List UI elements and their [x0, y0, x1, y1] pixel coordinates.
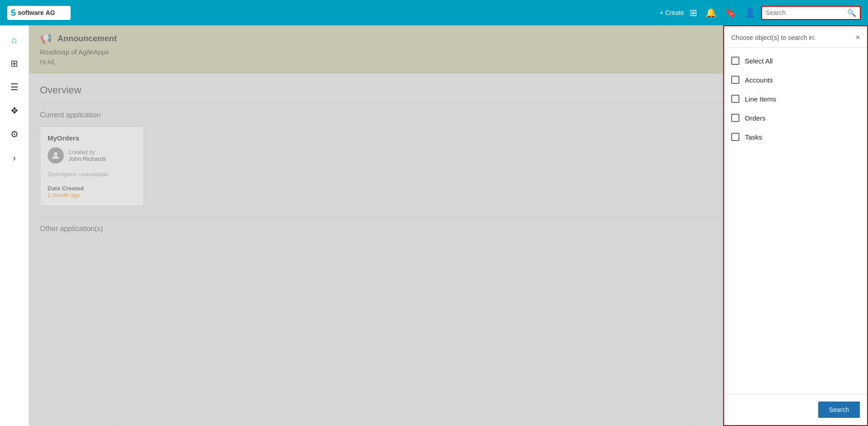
logo-icon: 5 [11, 8, 16, 18]
dropdown-header: Choose object(s) to search in: × [724, 26, 867, 48]
create-button[interactable]: + Create [660, 9, 684, 16]
tasks-checkbox[interactable] [731, 133, 739, 141]
sidebar-item-dashboard[interactable]: ⊞ [4, 53, 25, 74]
main-layout: ⌂ ⊞ ☰ ❖ ⚙ › 📢 Announcement Roadmap of Ag… [0, 25, 868, 426]
bell-icon[interactable]: 🔔 [705, 7, 717, 18]
sidebar: ⌂ ⊞ ☰ ❖ ⚙ › [0, 25, 29, 426]
search-overlay [29, 25, 723, 426]
dropdown-options-list: Select All Accounts Line Items Orders Ta [724, 48, 867, 394]
bookmark-icon[interactable]: 🔖 [725, 7, 736, 18]
user-icon[interactable]: 👤 [744, 7, 756, 18]
dropdown-option-tasks[interactable]: Tasks [724, 127, 867, 146]
nav-icons: ⊞ 🔔 🔖 👤 [690, 7, 756, 18]
line-items-checkbox[interactable] [731, 95, 739, 103]
dropdown-footer: Search [724, 394, 867, 425]
orders-checkbox[interactable] [731, 114, 739, 122]
accounts-label: Accounts [745, 76, 773, 84]
search-input[interactable] [766, 9, 844, 16]
select-all-label: Select All [745, 57, 773, 65]
dropdown-option-select-all[interactable]: Select All [724, 51, 867, 70]
logo[interactable]: 5 software AG [7, 6, 71, 20]
logo-suffix: AG [46, 9, 55, 16]
accounts-checkbox[interactable] [731, 76, 739, 84]
main-content: 📢 Announcement Roadmap of AgileApps Hi A… [29, 25, 868, 426]
sidebar-item-apps[interactable]: ❖ [4, 100, 25, 121]
dropdown-option-orders[interactable]: Orders [724, 108, 867, 127]
sidebar-item-expand[interactable]: › [4, 147, 25, 169]
sidebar-item-settings[interactable]: ⚙ [4, 123, 25, 145]
dropdown-close-button[interactable]: × [856, 34, 860, 42]
dropdown-option-line-items[interactable]: Line Items [724, 89, 867, 108]
sidebar-item-list[interactable]: ☰ [4, 76, 25, 98]
grid-icon[interactable]: ⊞ [690, 7, 697, 18]
orders-label: Orders [745, 114, 766, 122]
sidebar-item-home[interactable]: ⌂ [4, 29, 25, 51]
search-submit-icon[interactable]: 🔍 [847, 9, 856, 17]
logo-brand: software [18, 9, 44, 16]
search-button[interactable]: Search [818, 402, 860, 418]
search-dropdown-panel: Choose object(s) to search in: × Select … [723, 25, 868, 426]
dropdown-header-text: Choose object(s) to search in: [731, 34, 815, 41]
dropdown-option-accounts[interactable]: Accounts [724, 70, 867, 89]
search-box[interactable]: 🔍 [761, 6, 861, 20]
select-all-checkbox[interactable] [731, 57, 739, 65]
line-items-label: Line Items [745, 95, 776, 103]
tasks-label: Tasks [745, 133, 762, 141]
top-navigation: 5 software AG + Create ⊞ 🔔 🔖 👤 🔍 [0, 0, 868, 25]
